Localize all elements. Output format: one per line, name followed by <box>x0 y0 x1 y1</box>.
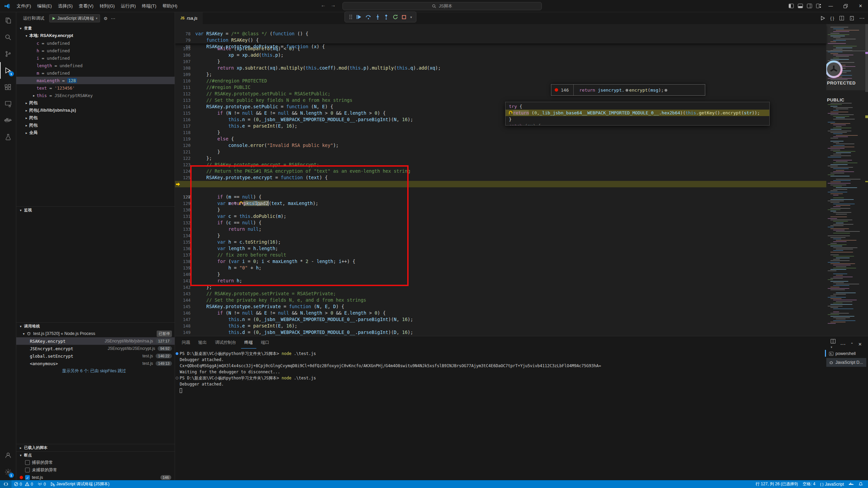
code-line-108[interactable]: 108 return xp.subtract(xq).multiply(this… <box>175 58 826 65</box>
variable-row-maxLength[interactable]: maxLength = 128 <box>16 77 175 84</box>
sticky-line-98[interactable]: 98 RSAKey.prototype.doPrivate = function… <box>175 37 826 43</box>
variable-row-h[interactable]: h = undefined <box>16 47 175 54</box>
toolbar-chevron-down-icon[interactable]: ▾ <box>410 15 412 19</box>
scope-row[interactable]: ▸ 全局 <box>16 129 175 136</box>
activity-explorer[interactable] <box>0 12 16 29</box>
menu-运行(R)[interactable]: 运行(R) <box>118 2 139 11</box>
variable-row-i[interactable]: i = undefined <box>16 54 175 62</box>
step-out-icon[interactable] <box>384 14 389 20</box>
command-decoration-icon[interactable] <box>176 377 178 379</box>
maximize-panel-icon[interactable]: ⌃ <box>850 342 853 346</box>
tab-rsa-js[interactable]: JS rsa.js <box>175 12 203 24</box>
inline-breakpoint-candidate[interactable] <box>626 89 628 92</box>
code-line-111[interactable]: 111 //#region PUBLIC <box>175 78 826 84</box>
debug-session-row[interactable]: ▾ test.js [37520] « Node.js Process 已暂停 <box>16 330 175 337</box>
menu-文件(F)[interactable]: 文件(F) <box>14 2 34 11</box>
debug-config-dropdown[interactable]: JavaScript 调试终端 ▾ <box>49 14 100 22</box>
debug-session-status[interactable]: JavaScript 调试终端 (JS脚本) <box>48 480 112 488</box>
panel-tab-端口[interactable]: 端口 <box>258 336 273 349</box>
editor-scrollbar[interactable] <box>865 24 868 336</box>
panel-tab-问题[interactable]: 问题 <box>178 336 194 349</box>
scope-row[interactable]: ▸ 闭包 <box>16 114 175 121</box>
command-center-search[interactable]: JS脚本 <box>342 2 542 10</box>
minimize-button[interactable]: — <box>823 0 838 12</box>
activity-search[interactable] <box>0 29 16 45</box>
variable-row-length[interactable]: length = undefined <box>16 62 175 69</box>
code-line-112[interactable]: 112 // RSAKey.prototype.setPublic = RSAS… <box>175 84 826 91</box>
watch-section-header[interactable]: ▾监视 <box>16 206 175 214</box>
close-panel-icon[interactable]: ✕ <box>858 342 862 347</box>
language-mode-status[interactable]: { } JavaScript <box>818 482 846 487</box>
panel-tab-输出[interactable]: 输出 <box>195 336 210 349</box>
terminal-instance-powershell[interactable]: powershell <box>826 349 866 358</box>
menu-选择(S)[interactable]: 选择(S) <box>55 2 76 11</box>
ports-status[interactable]: 0 <box>35 480 48 488</box>
breakpoint-checkbox[interactable]: ✓ <box>25 475 30 480</box>
stack-frame[interactable]: global.setEncrypt test.js 146:22 <box>16 352 175 360</box>
cursor-position-status[interactable]: 行 127, 列 26 (已选择9) <box>753 481 801 487</box>
variable-row-c[interactable]: c = undefined <box>16 39 175 47</box>
show-more-frames[interactable]: 显示另外 6 个: 已由 skipFiles 跳过 <box>16 367 175 375</box>
code-line-149[interactable]: 149 this.d = (0,_jsbn__WEBPACK_IMPORTED_… <box>175 323 826 329</box>
sticky-line-79[interactable]: 79 function RSAKey() { <box>175 31 826 37</box>
variables-section-header[interactable]: ▾变量 <box>16 24 175 32</box>
forward-arrow-icon[interactable]: → <box>331 2 336 8</box>
stack-frame[interactable]: <anonymous> test.js 149:13 <box>16 360 175 367</box>
stack-frame[interactable]: JSEncrypt.encrypt JSEncrypt/lib/JSEncryp… <box>16 345 175 352</box>
scope-row[interactable]: ▾ 本地: RSAKey.encrypt <box>16 32 175 39</box>
variable-row-this[interactable]: ▸ this = JSEncryptRSAKey <box>16 92 175 99</box>
toggle-secondary-sidebar-icon[interactable] <box>805 0 814 12</box>
inline-breakpoint-candidate[interactable] <box>665 89 667 92</box>
code-line-113[interactable]: 113 // Set the public key fields N and e… <box>175 91 826 97</box>
scope-row[interactable]: ▸ 闭包 <box>16 121 175 129</box>
code-line-150[interactable]: 150 } <box>175 329 826 336</box>
menu-转到(G)[interactable]: 转到(G) <box>97 2 118 11</box>
terminal-instance-JavaScript D...[interactable]: JavaScript D... <box>826 358 866 367</box>
menu-编辑(E)[interactable]: 编辑(E) <box>34 2 55 11</box>
variable-row-text[interactable]: text = '123456' <box>16 84 175 92</box>
code-editor[interactable]: 105 while (xp.compareTo(xq) < 0) { 106 x… <box>175 24 868 336</box>
restore-button[interactable] <box>838 0 853 12</box>
code-line-147[interactable]: 147 this.n = (0,_jsbn__WEBPACK_IMPORTED_… <box>175 310 826 316</box>
menu-终端(T)[interactable]: 终端(T) <box>139 2 159 11</box>
problems-status[interactable]: 0 0 <box>12 480 35 488</box>
breakpoint-row[interactable]: 捕获的异常 <box>16 459 175 466</box>
activity-run-and-debug[interactable]: 1 <box>0 62 16 79</box>
step-into-icon[interactable] <box>375 14 380 20</box>
code-line-110[interactable]: 110 //#endregion PROTECTED <box>175 71 826 78</box>
loaded-scripts-section-header[interactable]: ▸已载入的脚本 <box>16 444 175 451</box>
code-line-122[interactable]: 122 }; <box>175 149 826 155</box>
restart-icon[interactable] <box>393 14 398 20</box>
code-line-144[interactable]: 144 // Set the private key fields N, e, … <box>175 290 826 297</box>
docker-status-icon[interactable] <box>846 482 856 486</box>
code-line-120[interactable]: 120 console.error("Invalid RSA public ke… <box>175 136 826 142</box>
debug-gear-icon[interactable]: ⚙ <box>103 16 107 21</box>
code-line-148[interactable]: 148 this.e = parseInt(E, 16); <box>175 316 826 323</box>
scope-row[interactable]: ▸ 闭包(./lib/lib/jsbn/rsa.js) <box>16 107 175 114</box>
panel-tab-调试控制台[interactable]: 调试控制台 <box>212 336 240 349</box>
activity-source-control[interactable] <box>0 45 16 62</box>
code-line-121[interactable]: 121 } <box>175 142 826 149</box>
activity-remote-explorer[interactable] <box>0 95 16 112</box>
open-changes-icon[interactable]: x <box>849 16 854 20</box>
code-line-107[interactable]: 107 } <box>175 52 826 58</box>
code-line-145[interactable]: 145 RSAKey.prototype.setPrivate = functi… <box>175 297 826 303</box>
back-arrow-icon[interactable]: ← <box>321 2 326 8</box>
activity-docker[interactable] <box>0 112 16 129</box>
activity-test-explorer[interactable] <box>0 129 16 145</box>
code-line-109[interactable]: 109 }; <box>175 65 826 71</box>
breakpoint-row[interactable]: ✓ test.js 146 <box>16 474 175 480</box>
stack-frame[interactable]: RSAKey.encrypt JSEncrypt/lib/lib/jsbn/rs… <box>16 337 175 345</box>
customize-layout-icon[interactable] <box>814 0 823 12</box>
toggle-panel-icon[interactable] <box>796 0 805 12</box>
scrollbar-thumb[interactable] <box>865 24 868 92</box>
more-actions-icon[interactable]: ⋯ <box>859 15 865 21</box>
menu-帮助(H)[interactable]: 帮助(H) <box>159 2 180 11</box>
split-editor-icon[interactable] <box>840 16 844 20</box>
breakpoint-checkbox[interactable] <box>25 468 30 472</box>
split-terminal-icon[interactable]: ▾ <box>831 339 835 350</box>
panel-tab-终端[interactable]: 终端 <box>241 336 256 349</box>
step-over-icon[interactable] <box>366 14 371 20</box>
breakpoints-section-header[interactable]: ▾断点 <box>16 451 175 459</box>
breakpoint-checkbox[interactable] <box>25 460 30 465</box>
